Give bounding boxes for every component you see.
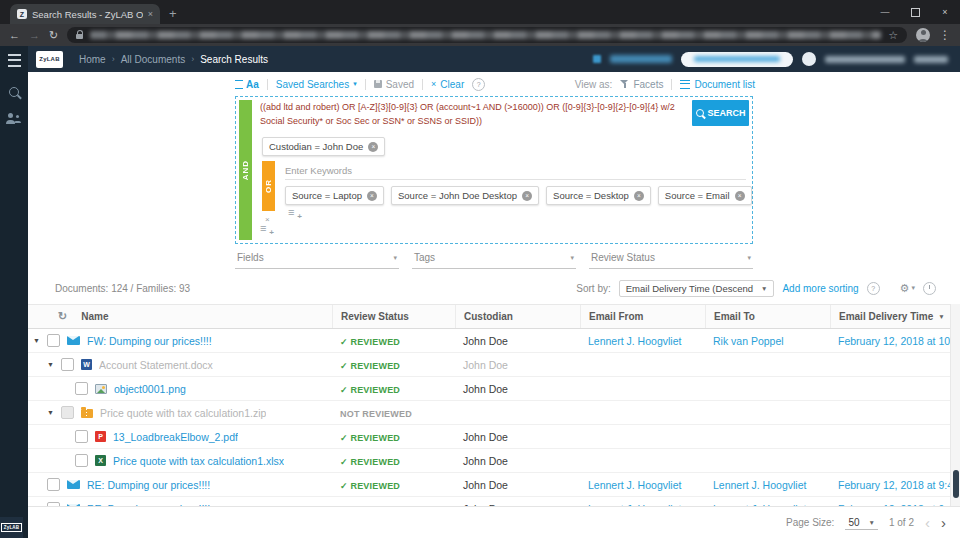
column-header-email-to[interactable]: Email To bbox=[705, 305, 830, 328]
email-from-link[interactable]: Lennert J. Hoogvliet bbox=[580, 335, 705, 347]
email-from-link[interactable]: Lennert J. Hoogvliet bbox=[580, 479, 705, 491]
chip-remove-icon[interactable]: × bbox=[735, 191, 745, 201]
row-checkbox[interactable] bbox=[47, 334, 60, 347]
breadcrumb: Home › All Documents › Search Results bbox=[79, 54, 268, 65]
window-close-button[interactable]: × bbox=[930, 0, 960, 24]
expand-caret-icon[interactable]: ▼ bbox=[33, 337, 47, 344]
document-name-link[interactable]: FW: Dumping our prices!!!! bbox=[87, 335, 212, 347]
history-icon[interactable] bbox=[923, 282, 936, 295]
row-checkbox[interactable] bbox=[61, 358, 74, 371]
table-row[interactable]: RE: Dumping our prices!!!!✓ REVIEWEDJohn… bbox=[28, 473, 950, 497]
document-list-view-toggle[interactable]: Document list bbox=[680, 79, 755, 90]
custodian-chip[interactable]: Custodian = John Doe × bbox=[262, 137, 385, 156]
keywords-input[interactable] bbox=[285, 161, 746, 180]
new-tab-button[interactable]: + bbox=[169, 7, 177, 20]
document-name-link[interactable]: Account Statement.docx bbox=[99, 359, 213, 371]
fields-dropdown[interactable]: Fields ▾ bbox=[235, 250, 399, 269]
user-context-pill[interactable] bbox=[681, 52, 793, 67]
zylab-logo[interactable]: ZyLAB bbox=[36, 51, 63, 68]
screen: Z Search Results - ZyLAB ONE eDi... × + … bbox=[0, 0, 960, 538]
chip-remove-icon[interactable]: × bbox=[634, 191, 644, 201]
source-chip[interactable]: Source = John Doe Desktop× bbox=[391, 186, 539, 205]
back-button[interactable]: ← bbox=[9, 30, 20, 41]
document-name-link[interactable]: RE: Dumping our prices!!!! bbox=[87, 479, 210, 491]
source-chip[interactable]: Source = Email× bbox=[658, 186, 752, 205]
source-chip[interactable]: Source = Laptop× bbox=[285, 186, 384, 205]
add-more-sorting-link[interactable]: Add more sorting bbox=[782, 283, 858, 294]
add-condition-icon[interactable] bbox=[288, 209, 302, 220]
column-header-custodian[interactable]: Custodian bbox=[455, 305, 580, 328]
display-options-button[interactable]: Aa bbox=[235, 79, 259, 90]
sort-select[interactable]: Email Delivery Time (Descend ▼ bbox=[619, 280, 775, 297]
document-name-link[interactable]: 13_LoadbreakElbow_2.pdf bbox=[113, 431, 238, 443]
window-maximize-button[interactable] bbox=[900, 0, 930, 24]
window-minimize-button[interactable]: — bbox=[870, 0, 900, 24]
tags-dropdown[interactable]: Tags ▾ bbox=[412, 250, 576, 269]
document-name-link[interactable]: object0001.png bbox=[114, 383, 186, 395]
table-settings-button[interactable]: ⚙ ▾ bbox=[900, 283, 915, 294]
expand-caret-icon[interactable]: ▼ bbox=[47, 409, 61, 416]
table-row[interactable]: RE: Dumping our prices!!!!✓ REVIEWEDJohn… bbox=[28, 497, 950, 506]
results-summary: Documents: 124 / Families: 93 Sort by: E… bbox=[55, 279, 936, 297]
clear-button[interactable]: × Clear bbox=[431, 79, 464, 90]
table-row[interactable]: object0001.png✓ REVIEWEDJohn Doe bbox=[28, 377, 950, 401]
help-icon[interactable]: ? bbox=[472, 78, 485, 91]
sidebar-custodians-icon[interactable] bbox=[6, 113, 23, 124]
source-chip[interactable]: Source = Desktop× bbox=[546, 186, 651, 205]
browser-menu-icon[interactable]: ⋮ bbox=[939, 29, 951, 41]
table-row[interactable]: P13_LoadbreakElbow_2.pdf✓ REVIEWEDJohn D… bbox=[28, 425, 950, 449]
table-row[interactable]: XPrice quote with tax calculation1.xlsx✓… bbox=[28, 449, 950, 473]
email-to-link[interactable]: Rik van Poppel bbox=[705, 335, 830, 347]
column-header-email-from[interactable]: Email From bbox=[580, 305, 705, 328]
column-header-review-status[interactable]: Review Status bbox=[332, 305, 455, 328]
sort-help-icon[interactable]: ? bbox=[867, 282, 880, 295]
previous-page-button[interactable]: ‹ bbox=[925, 515, 930, 530]
scrollbar-thumb[interactable] bbox=[953, 470, 959, 498]
and-operator-bar[interactable]: AND bbox=[239, 100, 252, 240]
breadcrumb-all-documents[interactable]: All Documents bbox=[121, 54, 185, 65]
query-input[interactable]: ((abd ltd and robert) OR [A-Z]{3}[0-9]{3… bbox=[260, 101, 688, 131]
redacted-logout-link[interactable] bbox=[914, 56, 948, 63]
user-avatar[interactable] bbox=[802, 52, 816, 66]
document-name-link[interactable]: Price quote with tax calculation1.zip bbox=[100, 407, 266, 419]
tab-close-icon[interactable]: × bbox=[148, 9, 153, 19]
column-header-name[interactable]: ↻ Name bbox=[28, 305, 332, 328]
table-row[interactable]: ▼WAccount Statement.docx✓ REVIEWEDJohn D… bbox=[28, 353, 950, 377]
table-scrollbar[interactable] bbox=[950, 304, 960, 506]
chip-label: Source = John Doe Desktop bbox=[398, 190, 517, 201]
email-to-link[interactable]: Lennert J. Hoogvliet bbox=[705, 479, 830, 491]
column-header-email-delivery-time[interactable]: Email Delivery Time ▼ bbox=[830, 305, 950, 328]
sidebar-search-icon[interactable] bbox=[9, 87, 19, 97]
next-page-button[interactable]: › bbox=[941, 515, 946, 530]
page-size-select[interactable]: 50 ▼ bbox=[845, 516, 878, 530]
zylab-corner-logo[interactable]: ZyLAB bbox=[0, 517, 23, 538]
url-bar[interactable]: ☆ bbox=[67, 27, 907, 43]
add-condition-icon[interactable] bbox=[260, 225, 274, 236]
chip-remove-icon[interactable]: × bbox=[368, 142, 378, 152]
forward-button[interactable]: → bbox=[29, 30, 40, 41]
row-checkbox[interactable] bbox=[75, 454, 88, 467]
breadcrumb-home[interactable]: Home bbox=[79, 54, 106, 65]
document-name-link[interactable]: Price quote with tax calculation1.xlsx bbox=[113, 455, 284, 467]
refresh-icon[interactable]: ↻ bbox=[58, 310, 67, 323]
browser-tab[interactable]: Z Search Results - ZyLAB ONE eDi... × bbox=[10, 4, 160, 24]
reload-button[interactable]: ↻ bbox=[49, 30, 58, 41]
review-status-dropdown[interactable]: Review Status ▾ bbox=[589, 250, 753, 269]
saved-searches-button[interactable]: Saved Searches ▾ bbox=[276, 79, 357, 90]
browser-profile-avatar[interactable] bbox=[916, 28, 930, 42]
menu-hamburger-icon[interactable] bbox=[8, 54, 21, 67]
row-checkbox[interactable] bbox=[61, 406, 74, 419]
facets-view-toggle[interactable]: Facets bbox=[620, 79, 663, 90]
table-row[interactable]: ▼Price quote with tax calculation1.zipNO… bbox=[28, 401, 950, 425]
or-operator-bar[interactable]: OR bbox=[262, 161, 275, 211]
chip-remove-icon[interactable]: × bbox=[367, 191, 377, 201]
row-checkbox[interactable] bbox=[75, 382, 88, 395]
bookmark-star-icon[interactable]: ☆ bbox=[888, 29, 898, 42]
chip-remove-icon[interactable]: × bbox=[522, 191, 532, 201]
row-checkbox[interactable] bbox=[75, 430, 88, 443]
table-row[interactable]: ▼FW: Dumping our prices!!!!✓ REVIEWEDJoh… bbox=[28, 329, 950, 353]
excel-file-icon: X bbox=[95, 455, 106, 466]
row-checkbox[interactable] bbox=[47, 478, 60, 491]
expand-caret-icon[interactable]: ▼ bbox=[47, 361, 61, 368]
search-button[interactable]: SEARCH bbox=[692, 100, 749, 126]
